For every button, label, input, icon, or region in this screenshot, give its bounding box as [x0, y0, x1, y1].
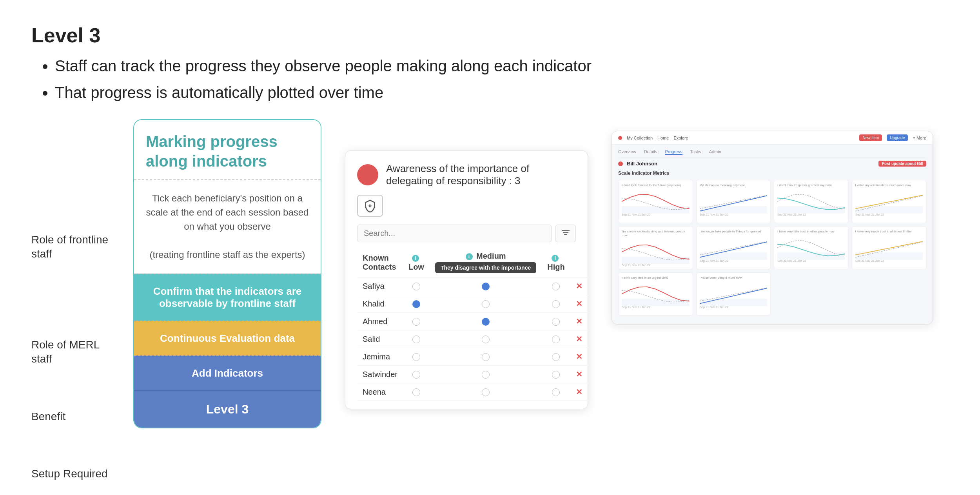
- dash-nav-more[interactable]: ≡ More: [913, 136, 926, 140]
- bullet-list: Staff can track the progress they observ…: [31, 55, 949, 103]
- radio-filled-med[interactable]: [482, 283, 490, 290]
- shield-icon-box[interactable]: [357, 195, 383, 217]
- card-section-benefit: Continuous Evaluation data: [134, 321, 321, 355]
- chart-label: My life has no meaning anymore: [700, 183, 768, 187]
- radio-empty-high[interactable]: [552, 388, 560, 396]
- dash-subnav-overview[interactable]: Overview: [618, 149, 636, 155]
- radio-empty-med[interactable]: [482, 353, 490, 361]
- radio-low[interactable]: [403, 383, 430, 401]
- dash-logo-dot: [618, 136, 622, 140]
- x-icon[interactable]: ✕: [576, 388, 583, 396]
- radio-medium[interactable]: [430, 313, 542, 330]
- dash-subnav-admin[interactable]: Admin: [709, 149, 721, 155]
- radio-high[interactable]: [542, 348, 570, 366]
- dash-subnav-tasks[interactable]: Tasks: [690, 149, 701, 155]
- radio-empty-med[interactable]: [482, 300, 490, 308]
- radio-high[interactable]: [542, 330, 570, 348]
- radio-empty-high[interactable]: [552, 300, 560, 308]
- mockup-panel: Awareness of the importance of delegatin…: [345, 150, 588, 409]
- radio-empty-high[interactable]: [552, 283, 560, 290]
- radio-high[interactable]: [542, 313, 570, 330]
- contact-name: Khalid: [357, 295, 403, 313]
- radio-empty-low[interactable]: [412, 283, 420, 290]
- chart-svg: Sep 21 Nov 21 Jan 22: [855, 235, 923, 263]
- chart-cell: I have very much trust in all times Shif…: [852, 226, 927, 269]
- radio-low[interactable]: [403, 313, 430, 330]
- dash-subnav-details[interactable]: Details: [644, 149, 657, 155]
- delete-contact[interactable]: ✕: [570, 330, 588, 348]
- radio-high[interactable]: [542, 277, 570, 295]
- radio-low[interactable]: [403, 277, 430, 295]
- radio-empty-high[interactable]: [552, 318, 560, 326]
- svg-text:Sep 21    Nov 21    Jan 22: Sep 21 Nov 21 Jan 22: [622, 305, 650, 309]
- delete-contact[interactable]: ✕: [570, 295, 588, 313]
- dash-nav-collection[interactable]: My Collection: [627, 136, 653, 140]
- delete-contact[interactable]: ✕: [570, 366, 588, 383]
- radio-low[interactable]: [403, 330, 430, 348]
- radio-medium[interactable]: [430, 277, 542, 295]
- radio-empty-low[interactable]: [412, 371, 420, 379]
- search-input[interactable]: [357, 225, 552, 242]
- radio-empty-low[interactable]: [412, 335, 420, 343]
- radio-empty-high[interactable]: [552, 371, 560, 379]
- svg-text:Sep 21    Nov 21    Jan 22: Sep 21 Nov 21 Jan 22: [622, 213, 650, 216]
- radio-low[interactable]: [403, 366, 430, 383]
- radio-filled-med[interactable]: [482, 318, 490, 326]
- x-icon[interactable]: ✕: [576, 299, 583, 308]
- radio-empty-low[interactable]: [412, 388, 420, 396]
- radio-empty-low[interactable]: [412, 353, 420, 361]
- delete-contact[interactable]: ✕: [570, 277, 588, 295]
- radio-high[interactable]: [542, 383, 570, 401]
- card-section-frontline: Tick each beneficiary's position on a sc…: [134, 179, 321, 274]
- radio-medium[interactable]: [430, 366, 542, 383]
- chart-svg: Sep 21 Nov 21 Jan 22: [622, 189, 690, 216]
- table-row: Khalid✕: [357, 295, 588, 313]
- radio-low[interactable]: [403, 295, 430, 313]
- radio-empty-high[interactable]: [552, 353, 560, 361]
- x-icon[interactable]: ✕: [576, 352, 583, 361]
- delete-contact[interactable]: ✕: [570, 348, 588, 366]
- delete-contact[interactable]: ✕: [570, 313, 588, 330]
- dash-blue-button[interactable]: Upgrade: [887, 134, 908, 141]
- chart-svg: Sep 21 Nov 21 Jan 22: [622, 281, 690, 309]
- chart-label: I think very little in an urgent view: [622, 276, 690, 280]
- radio-empty-high[interactable]: [552, 335, 560, 343]
- radio-filled-low[interactable]: [412, 300, 420, 308]
- chart-cell: I'm a more understanding and tolerant pe…: [618, 226, 693, 269]
- svg-text:Sep 21    Nov 21    Jan 22: Sep 21 Nov 21 Jan 22: [777, 259, 806, 263]
- radio-high[interactable]: [542, 366, 570, 383]
- radio-medium[interactable]: [430, 330, 542, 348]
- radio-medium[interactable]: [430, 295, 542, 313]
- chart-label: I value my relationships much more now: [855, 183, 923, 187]
- table-row: Jemima✕: [357, 348, 588, 366]
- card-text-setup: Add Indicators: [192, 367, 263, 379]
- chart-cell: I no longer take people in Things for gr…: [696, 226, 771, 269]
- filter-button[interactable]: [555, 225, 576, 242]
- dash-subnav-progress[interactable]: Progress: [665, 149, 682, 155]
- card-column: Marking progress along indicators Tick e…: [133, 119, 321, 428]
- radio-empty-med[interactable]: [482, 335, 490, 343]
- card-text-2: (treating frontline staff as the experts…: [149, 249, 305, 260]
- radio-medium[interactable]: [430, 348, 542, 366]
- x-icon[interactable]: ✕: [576, 370, 583, 379]
- contact-name: Ahmed: [357, 313, 403, 330]
- dash-post-update[interactable]: Post update about Bill: [878, 161, 926, 167]
- scale-indicator-title: Scale Indicator Metrics: [618, 170, 926, 176]
- radio-medium[interactable]: [430, 383, 542, 401]
- dash-red-button[interactable]: New item: [859, 134, 882, 141]
- x-icon[interactable]: ✕: [576, 282, 583, 290]
- radio-low[interactable]: [403, 348, 430, 366]
- chart-svg: Sep 21 Nov 21 Jan 22: [622, 239, 690, 267]
- x-icon[interactable]: ✕: [576, 335, 583, 343]
- level-title: Level 3: [31, 24, 949, 47]
- dash-nav-explore[interactable]: Explore: [673, 136, 688, 140]
- radio-empty-med[interactable]: [482, 371, 490, 379]
- x-icon[interactable]: ✕: [576, 317, 583, 326]
- contact-name: Satwinder: [357, 366, 403, 383]
- dash-nav-home[interactable]: Home: [657, 136, 669, 140]
- chart-cell: My life has no meaning anymoreSep 21 Nov…: [696, 180, 771, 223]
- radio-empty-low[interactable]: [412, 318, 420, 326]
- radio-empty-med[interactable]: [482, 388, 490, 396]
- delete-contact[interactable]: ✕: [570, 383, 588, 401]
- radio-high[interactable]: [542, 295, 570, 313]
